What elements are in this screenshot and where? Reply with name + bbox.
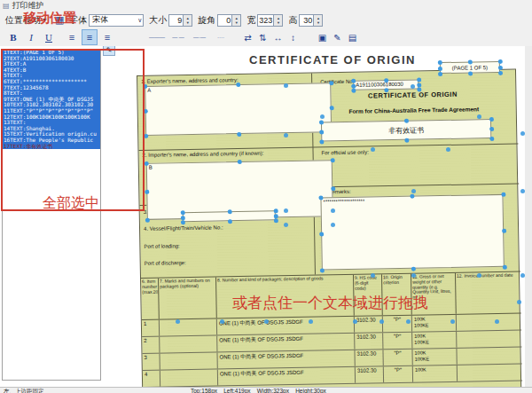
selection-handle[interactable] xyxy=(384,88,388,92)
selection-handle[interactable] xyxy=(438,72,442,76)
list-item[interactable]: 11TEXT:"P""P""P""P""P""P""P" xyxy=(3,108,100,114)
spinner-arrows-icon[interactable]: ▲▼ xyxy=(232,14,241,27)
selection-handle[interactable] xyxy=(319,139,324,144)
list-item[interactable]: 10TEXT:3102.303102.303102.30 xyxy=(3,102,100,108)
copy-icon[interactable]: ▣ xyxy=(316,31,329,44)
line-dashdot-button[interactable]: —·— xyxy=(190,31,209,43)
align-left-button[interactable]: ≡ xyxy=(64,29,80,45)
selection-handle[interactable] xyxy=(181,220,185,224)
selection-handle[interactable] xyxy=(319,120,324,124)
selection-handle[interactable] xyxy=(417,83,421,87)
list-item[interactable]: 1TEXT:(PAGE 1 OF 5) xyxy=(3,50,100,56)
selection-handle[interactable] xyxy=(227,209,231,214)
align-right-button[interactable]: ≡ xyxy=(99,29,115,45)
selection-handle[interactable] xyxy=(417,77,421,82)
selection-handle[interactable] xyxy=(319,130,324,134)
selection-handle[interactable] xyxy=(351,83,356,88)
cell-invoice[interactable] xyxy=(457,348,521,365)
selection-handle[interactable] xyxy=(411,267,416,271)
cell-hs[interactable]: 3102.30 xyxy=(355,350,383,366)
cell-item-no[interactable]: 2 xyxy=(142,337,160,353)
angle-spinner[interactable]: 0 ▲▼ xyxy=(217,14,241,27)
width-spinner[interactable]: 323 ▲▼ xyxy=(257,14,283,27)
draw-icon[interactable]: ✎ xyxy=(331,31,344,44)
remarks-field[interactable]: ******************** xyxy=(320,194,504,271)
selection-handle[interactable] xyxy=(145,190,149,194)
selection-handle[interactable] xyxy=(145,218,150,223)
cell-hs[interactable]: 3102.30 xyxy=(355,333,383,350)
selection-handle[interactable] xyxy=(410,194,414,199)
list-item[interactable]: 14TEXT:Shanghai. xyxy=(3,126,100,132)
spinner-arrows-icon[interactable]: ▲▼ xyxy=(274,14,283,27)
selection-handle[interactable] xyxy=(417,87,421,91)
cell-qty[interactable]: 100K 100KE xyxy=(412,349,457,365)
pen-tool-icon[interactable]: ✎ xyxy=(103,46,115,56)
selection-handle[interactable] xyxy=(274,214,278,218)
selection-handle[interactable] xyxy=(331,186,335,191)
list-item[interactable]: 7TEXT:12345678 xyxy=(3,85,100,91)
selection-handle[interactable] xyxy=(489,137,494,141)
selection-handle[interactable] xyxy=(329,81,333,85)
cell-invoice[interactable] xyxy=(458,365,522,381)
selection-handle[interactable] xyxy=(274,218,278,223)
selection-handle[interactable] xyxy=(438,60,442,65)
cell-item-no[interactable]: 1 xyxy=(142,320,160,336)
height-value[interactable]: 30 xyxy=(299,14,314,27)
selection-handle[interactable] xyxy=(274,208,278,213)
spinner-arrows-icon[interactable]: ▲▼ xyxy=(184,14,192,27)
bold-button[interactable]: B xyxy=(5,29,21,45)
line-dashed-button[interactable]: — — xyxy=(168,31,188,43)
selection-handle[interactable] xyxy=(351,89,356,93)
cell-qty[interactable]: 100K 100KE xyxy=(412,315,457,332)
match-width-icon[interactable]: ↔ xyxy=(271,31,285,44)
list-item[interactable]: 6TEXT:******************** xyxy=(3,79,100,85)
selection-handle[interactable] xyxy=(144,109,148,114)
spinner-arrows-icon[interactable]: ▲▼ xyxy=(314,14,323,27)
list-item[interactable]: 9TEXT:ONE (1) 中尚美 OF DSGJS xyxy=(3,97,100,103)
cell-invoice[interactable] xyxy=(457,331,521,348)
cell-marks[interactable] xyxy=(160,336,217,353)
invalid-stamp-field[interactable]: 非有效证书 xyxy=(321,119,491,141)
list-item[interactable]: 16TEXT:The People's Republic xyxy=(3,138,100,144)
selection-handle[interactable] xyxy=(384,78,388,83)
font-select[interactable]: 宋体 ∨ xyxy=(89,14,144,27)
selection-handle[interactable] xyxy=(498,59,503,64)
selection-handle[interactable] xyxy=(330,106,334,110)
selection-handle[interactable] xyxy=(468,71,473,75)
selection-handle[interactable] xyxy=(501,193,505,197)
cell-item-no[interactable]: 3 xyxy=(142,354,160,370)
selection-handle[interactable] xyxy=(498,65,503,69)
selection-handle[interactable] xyxy=(181,216,185,220)
size-value[interactable]: 9 xyxy=(168,14,184,27)
selection-handle[interactable] xyxy=(145,161,149,166)
selection-handle[interactable] xyxy=(489,127,494,131)
cell-marks[interactable] xyxy=(160,370,218,387)
cell-invoice[interactable] xyxy=(457,314,521,331)
list-item[interactable]: 8TEXT: xyxy=(3,90,100,97)
width-value[interactable]: 323 xyxy=(257,14,274,27)
list-item[interactable]: 12TEXT:100K100K100K100K100K xyxy=(3,114,100,121)
text-object-list[interactable]: 1TEXT:(PAGE 1 OF 5) 2TEXT:A1911003061800… xyxy=(2,49,101,381)
cell-qty[interactable]: 100K xyxy=(413,365,458,382)
match-height-icon[interactable]: ⇅ xyxy=(256,31,270,44)
list-item[interactable]: 15TEXT:Verification origin.cu xyxy=(3,131,100,138)
cell-desc[interactable]: ONE (1) 中尚美 OF DSGJS JSDGF xyxy=(217,350,355,369)
list-item[interactable]: 13TEXT: xyxy=(3,120,100,126)
italic-button[interactable]: I xyxy=(23,29,39,45)
selection-handle[interactable] xyxy=(227,219,231,224)
list-item[interactable]: 17TEXT:非有效证书 xyxy=(3,144,100,150)
selection-handle[interactable] xyxy=(143,84,147,89)
line-dotted-button[interactable]: ···· xyxy=(211,31,231,43)
selection-handle[interactable] xyxy=(351,79,356,83)
selection-handle[interactable] xyxy=(237,132,241,137)
selection-handle[interactable] xyxy=(503,265,507,270)
cell-desc[interactable]: ONE (1) 中尚美 OF DSGJS JSDGF xyxy=(217,317,355,335)
certificate-no-field[interactable]: A191100306180030 xyxy=(353,80,419,90)
departure-date-field[interactable] xyxy=(183,210,276,222)
page-number-field[interactable]: (PAGE 1 OF 5) xyxy=(440,61,500,74)
selection-handle[interactable] xyxy=(320,268,325,272)
chevron-down-icon[interactable]: ∨ xyxy=(137,17,142,24)
angle-value[interactable]: 0 xyxy=(217,14,232,27)
cell-marks[interactable] xyxy=(160,353,217,370)
selection-handle[interactable] xyxy=(502,229,506,233)
